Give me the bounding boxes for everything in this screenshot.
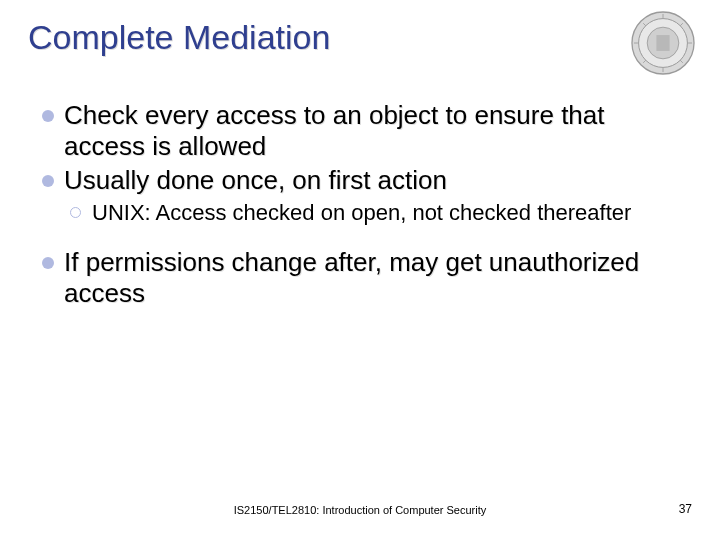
footer-course: IS2150/TEL2810: Introduction of Computer… bbox=[0, 504, 720, 516]
bullet-level1: Check every access to an object to ensur… bbox=[40, 100, 684, 161]
slide-body: Check every access to an object to ensur… bbox=[40, 100, 684, 312]
bullet-level1: Usually done once, on first action bbox=[40, 165, 684, 196]
spacer bbox=[40, 237, 684, 247]
slide-title: Complete Mediation bbox=[28, 18, 330, 57]
bullet-level1: If permissions change after, may get una… bbox=[40, 247, 684, 308]
footer-page-number: 37 bbox=[679, 502, 692, 516]
university-seal-icon bbox=[630, 10, 696, 76]
slide: Complete Mediation Check every access to… bbox=[0, 0, 720, 540]
bullet-level2: UNIX: Access checked on open, not checke… bbox=[68, 200, 684, 227]
